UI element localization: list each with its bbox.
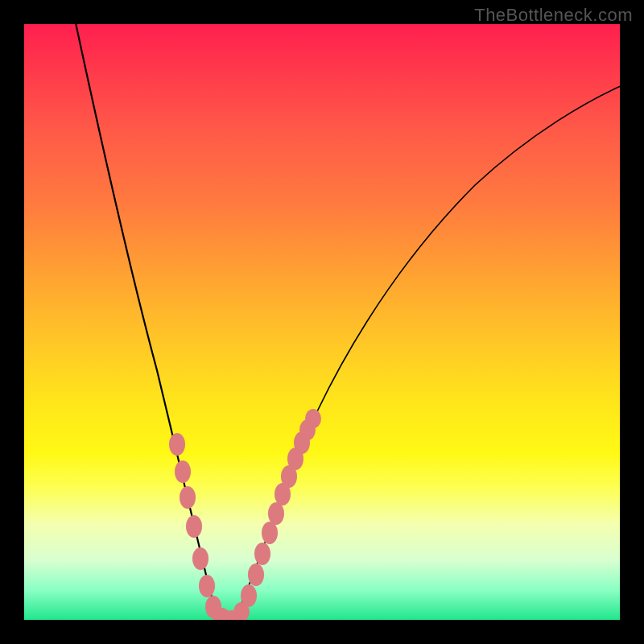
marker-dot xyxy=(248,564,264,586)
marker-dot xyxy=(186,515,202,538)
plot-area xyxy=(24,24,620,620)
marker-dot xyxy=(241,584,257,607)
chart-frame: TheBottleneck.com xyxy=(0,0,644,644)
marker-dot xyxy=(180,486,196,509)
marker-dot xyxy=(254,543,270,565)
marker-dot xyxy=(192,547,208,570)
marker-dot xyxy=(305,409,321,428)
marker-dot xyxy=(268,502,284,525)
marker-dot xyxy=(199,575,215,597)
watermark-text: TheBottleneck.com xyxy=(474,5,633,26)
curve-layer xyxy=(24,24,620,620)
bottleneck-curve-right xyxy=(235,85,620,618)
marker-dot xyxy=(169,433,185,456)
marker-dot xyxy=(175,460,191,483)
marker-dot xyxy=(262,522,278,544)
